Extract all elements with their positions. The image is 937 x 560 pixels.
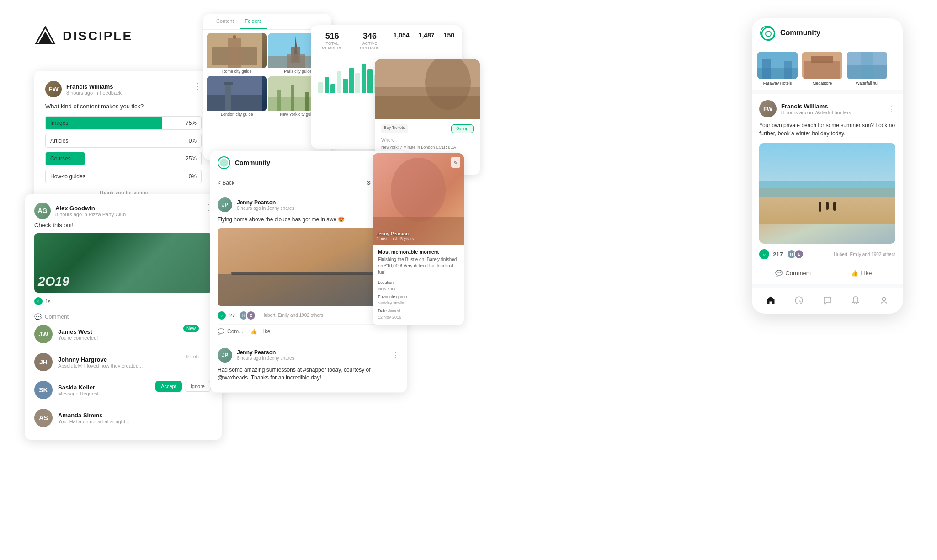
comment-label: Comment xyxy=(45,314,69,320)
stat-extra1: 1,054 xyxy=(394,32,410,50)
svg-point-5 xyxy=(233,35,236,39)
feed-post-2-menu[interactable]: ⋮ xyxy=(392,351,399,359)
bar-0 xyxy=(318,82,323,93)
stat-members-label: TOTAL MEMBERS xyxy=(318,41,346,50)
ignore-button[interactable]: Ignore xyxy=(185,381,211,392)
jenny-profile-image: Jenny Pearson 2 posts last 15 years ✎ xyxy=(373,153,464,245)
mobile-folder-waterfall-name: Waterfall hui xyxy=(847,81,887,85)
tab-content[interactable]: Content xyxy=(211,14,240,29)
feed-post-2: JP Jenny Pearson 6 hours ago in Jenny sh… xyxy=(210,341,407,393)
bar-3 xyxy=(337,71,342,93)
buy-tickets-badge[interactable]: Buy Tickets xyxy=(381,124,408,133)
mobile-folder-faraway[interactable]: Faraway Hotels xyxy=(757,52,798,85)
svg-rect-4 xyxy=(228,38,241,68)
connection-item-johnny[interactable]: JH Johnny Hargrove Absolutely! I loved h… xyxy=(34,348,213,376)
mobile-post-image xyxy=(759,143,895,244)
conn-sub-johnny: Absolutely! I loved how they created... xyxy=(58,363,213,368)
folder-rome-label: Rome city guide xyxy=(207,68,267,75)
mobile-post-name: Francis Williams xyxy=(781,103,851,110)
jenny-profile-name: Jenny Pearson xyxy=(376,231,414,236)
poll-option-courses: Courses 25% xyxy=(45,152,202,165)
mobile-folders-row: Faraway Hotels Megastore xyxy=(752,46,903,90)
mobile-folder-waterfall[interactable]: Waterfall hui xyxy=(847,52,887,85)
bar-1 xyxy=(325,77,330,93)
bar-6 xyxy=(355,73,360,93)
stat-extra3-num: 150 xyxy=(444,32,454,39)
mobile-comment-action[interactable]: 💬 Comment xyxy=(759,269,827,277)
mobile-avatar-stack: H E xyxy=(787,249,804,259)
svg-rect-42 xyxy=(861,52,873,79)
folder-rome[interactable]: Rome city guide xyxy=(207,33,267,75)
mobile-folder-faraway-img xyxy=(757,52,798,79)
svg-rect-19 xyxy=(305,92,309,111)
tab-folders[interactable]: Folders xyxy=(240,14,267,29)
mobile-community-logo xyxy=(760,26,775,40)
poll-avatar: FW xyxy=(45,81,62,97)
svg-rect-10 xyxy=(287,54,305,68)
mobile-post-menu[interactable]: ⋮ xyxy=(888,105,895,113)
conn-sub-amanda: You: Haha oh no, what a night... xyxy=(58,419,213,424)
nav-explore[interactable] xyxy=(793,294,805,306)
feed-post-2-text: Had some amazing surf lessons at #snappe… xyxy=(218,366,399,382)
nav-chat[interactable] xyxy=(821,294,833,306)
connections-user-sub: 8 hours ago in Pizza Party Club xyxy=(55,212,213,217)
svg-rect-26 xyxy=(231,272,378,275)
feed-post-1-sub: 6 hours ago in Jenny shares xyxy=(237,206,294,211)
feed-actions-1: 💬 Com... 👍 Like xyxy=(218,324,399,335)
feed-footer-names: Hubert, Emily and 1902 others xyxy=(261,313,323,318)
nav-notifications[interactable] xyxy=(850,294,862,306)
svg-rect-12 xyxy=(207,95,262,111)
bar-2 xyxy=(330,84,335,93)
svg-rect-36 xyxy=(784,61,792,79)
connection-item-saskia[interactable]: SK Saskia Keller Message Request Accept … xyxy=(34,376,213,404)
feed-post-2-sub: 6 hours ago in Jenny shares xyxy=(237,356,294,361)
feed-post-1-avatar: JP xyxy=(218,197,232,212)
conn-actions-saskia: Accept Ignore xyxy=(155,381,211,392)
jenny-profile-sub: 2 posts last 15 years xyxy=(376,236,414,241)
edit-icon[interactable]: ✎ xyxy=(451,157,460,168)
stat-uploads-num: 346 xyxy=(355,32,384,41)
conn-avatar-johnny: JH xyxy=(34,353,53,371)
feed-post-2-name: Jenny Pearson xyxy=(237,349,294,356)
mobile-like-action[interactable]: 👍 Like xyxy=(827,269,895,277)
mobile-post-names: Hubert, Emily and 1902 others xyxy=(834,252,895,257)
feed-back-link[interactable]: < Back xyxy=(218,180,234,186)
mobile-post: FW Francis Williams 8 hours ago in Water… xyxy=(752,94,903,284)
connections-post-text: Check this out! xyxy=(34,222,213,229)
svg-rect-14 xyxy=(224,82,233,85)
folder-london[interactable]: London city guide xyxy=(207,76,267,118)
feed-reaction-count: 27 xyxy=(229,313,235,318)
post-reaction-row: ○ 1s xyxy=(34,297,213,305)
going-button[interactable]: Going xyxy=(451,124,474,133)
stat-extra2-num: 1,487 xyxy=(419,32,435,39)
mobile-folder-megastore[interactable]: Megastore xyxy=(802,52,842,85)
connection-item-james[interactable]: JW James West You're connected! New xyxy=(34,320,213,348)
svg-point-31 xyxy=(762,27,775,40)
feed-comment-action[interactable]: 💬 Com... xyxy=(218,328,243,335)
comment-bar[interactable]: 💬 Comment xyxy=(34,309,213,320)
nav-home[interactable] xyxy=(765,294,777,306)
feed-community-name: Community xyxy=(235,159,270,166)
svg-rect-25 xyxy=(218,274,391,306)
jenny-profile-content: Most memorable moment Finishing the Bust… xyxy=(373,245,464,325)
jenny-profile-card: Jenny Pearson 2 posts last 15 years ✎ Mo… xyxy=(373,153,464,325)
poll-option-images: Images 75% xyxy=(45,116,202,130)
mobile-reaction-icon: ○ xyxy=(759,249,769,259)
feed-like-action[interactable]: 👍 Like xyxy=(250,328,270,335)
accept-button[interactable]: Accept xyxy=(155,381,182,392)
feed-post-2-header: JP Jenny Pearson 6 hours ago in Jenny sh… xyxy=(218,348,399,363)
nav-profile[interactable] xyxy=(878,294,890,306)
poll-menu-icon[interactable]: ⋮ xyxy=(193,81,202,91)
connections-post-image: 2O19 xyxy=(34,233,213,293)
mobile-post-footer: ○ 217 H E Hubert, Emily and 1902 others xyxy=(759,249,895,259)
mobile-folder-megastore-name: Megastore xyxy=(802,81,842,85)
svg-rect-38 xyxy=(804,61,840,79)
connection-item-amanda[interactable]: AS Amanda Simms You: Haha oh no, what a … xyxy=(34,404,213,432)
conn-avatar-james: JW xyxy=(34,325,53,343)
mobile-panel: Community Faraway Hotels xyxy=(752,18,903,314)
poll-option-howto: How-to guides 0% xyxy=(45,170,202,183)
bar-5 xyxy=(349,68,354,93)
mobile-community-name: Community xyxy=(780,29,820,37)
comment-label: Comment xyxy=(785,270,811,277)
event-badges: Buy Tickets Going xyxy=(381,124,474,133)
